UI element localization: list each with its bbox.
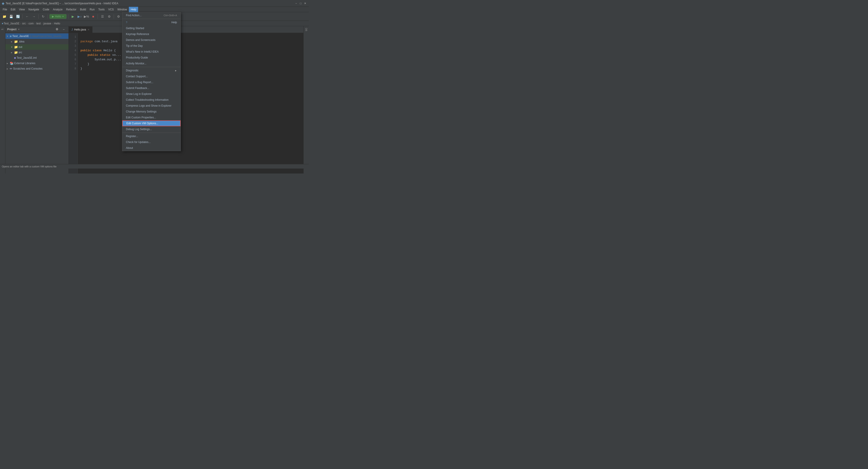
breadcrumb-src[interactable]: src (22, 22, 26, 25)
code-editor[interactable]: 1 2 3 4 5 6 7 8 package com.test.java pu… (69, 33, 303, 173)
breadcrumb-test[interactable]: test (36, 22, 41, 25)
help-label: Help (171, 21, 177, 24)
tooltip-bar: Opens an editor tab with a custom VM opt… (0, 164, 309, 169)
menu-file[interactable]: File (1, 7, 9, 12)
tree-out[interactable]: ▼ 📁 out (5, 44, 68, 50)
dropdown-diagnostic[interactable]: Diagnostic ► (122, 68, 181, 73)
dropdown-keymap[interactable]: Keymap Reference (122, 31, 181, 37)
find-action-shortcut: Ctrl+Shift+A (164, 14, 177, 17)
idea-icon: 📁 (14, 40, 18, 43)
dropdown-whats-new[interactable]: What's New in IntelliJ IDEA (122, 49, 181, 55)
menu-analyze[interactable]: Analyze (51, 7, 64, 12)
database-icon[interactable]: DB (304, 27, 309, 32)
menu-view[interactable]: View (17, 7, 27, 12)
tree-external-libs[interactable]: ► 📚 External Libraries (5, 61, 68, 66)
dropdown-show-log[interactable]: Show Log in Explorer (122, 91, 181, 97)
dropdown-contact[interactable]: Contact Support... (122, 73, 181, 79)
dropdown-memory[interactable]: Change Memory Settings (122, 109, 181, 114)
menu-help[interactable]: Help (129, 7, 138, 12)
run-button[interactable]: ▶ (70, 13, 76, 20)
sync-button[interactable]: 🔄 (15, 13, 21, 20)
menu-build[interactable]: Build (78, 7, 88, 12)
line-num-2: 2 (69, 39, 76, 44)
dropdown-productivity[interactable]: Productivity Guide (122, 55, 181, 61)
menu-vcs[interactable]: VCS (106, 7, 116, 12)
menu-window[interactable]: Window (116, 7, 129, 12)
breadcrumb-hello[interactable]: Hello (54, 22, 60, 25)
tree-root[interactable]: ▼ ■ Test_JavaSE E:\IdeaProjects\Test_Jav… (5, 33, 68, 39)
menu-tools[interactable]: Tools (96, 7, 106, 12)
menu-refactor[interactable]: Refactor (64, 7, 78, 12)
menu-edit[interactable]: Edit (9, 7, 17, 12)
menu-run[interactable]: Run (88, 7, 96, 12)
dropdown-compress[interactable]: Compress Logs and Show in Explorer (122, 103, 181, 109)
dropdown-find-action[interactable]: Find Action... Ctrl+Shift+A (122, 12, 181, 18)
build-button[interactable]: ☰ (99, 13, 105, 20)
dropdown-activity[interactable]: Activity Monitor... (122, 61, 181, 66)
dropdown-about[interactable]: About (122, 145, 181, 151)
line-num-5: 5 (69, 53, 76, 57)
line-numbers: 1 2 3 4 5 6 7 8 (69, 33, 78, 173)
project-crumb-icon: ■ (2, 22, 3, 25)
project-collapse-icon[interactable]: – (61, 27, 67, 32)
save-button[interactable]: 💾 (8, 13, 14, 20)
dropdown-bug[interactable]: Submit a Bug Report... (122, 79, 181, 85)
src-icon: 📁 (14, 51, 18, 54)
run-with-coverage-button[interactable]: ▶% (84, 13, 89, 20)
titlebar-controls[interactable]: − □ ✕ (294, 2, 307, 5)
dropdown-debug-log[interactable]: Debug Log Settings... (122, 126, 181, 132)
root-icon: ■ (10, 34, 11, 38)
project-title: Project (7, 28, 17, 31)
rebuild-button[interactable]: ⚙ (106, 13, 112, 20)
titlebar: ◆ Test_JavaSE [E:\IdeaProjects\Test_Java… (0, 0, 309, 7)
dropdown-getting-started[interactable]: Getting Started (122, 25, 181, 31)
tree-src[interactable]: ► 📁 src (5, 50, 68, 55)
run-config-selector[interactable]: ▶ Hello ▼ (50, 14, 66, 19)
project-settings-icon[interactable]: ⚙ (54, 27, 60, 32)
dropdown-demos[interactable]: Demos and Screencasts (122, 37, 181, 43)
sdk-config-button[interactable]: ⚙ (116, 13, 121, 20)
tree-idea[interactable]: ► 📁 .idea (5, 39, 68, 44)
breadcrumb-sep-4: › (41, 22, 42, 25)
panel-1-label[interactable]: 1: (0, 26, 5, 32)
dropdown-custom-props[interactable]: Edit Custom Properties... (122, 114, 181, 121)
line-num-3: 3 (69, 44, 76, 48)
menu-code[interactable]: Code (41, 7, 51, 12)
code-content[interactable]: package com.test.java public class Hello… (78, 33, 303, 173)
dropdown-feedback[interactable]: Submit Feedback... (122, 85, 181, 91)
project-tree: ▼ ■ Test_JavaSE E:\IdeaProjects\Test_Jav… (5, 33, 68, 173)
dropdown-updates[interactable]: Check for Updates... (122, 139, 181, 145)
src-label: src (19, 51, 22, 54)
iml-icon: ■ (14, 56, 16, 60)
troubleshoot-label: Collect Troubleshooting Information (126, 98, 168, 101)
stop-button[interactable]: ■ (90, 13, 96, 20)
close-button[interactable]: ✕ (303, 2, 307, 5)
menu-navigate[interactable]: Navigate (27, 7, 41, 12)
dropdown-tip[interactable]: Tip of the Day (122, 43, 181, 49)
revert-button[interactable]: ↻ (40, 13, 46, 20)
breadcrumb-com[interactable]: com (29, 22, 34, 25)
show-log-label: Show Log in Explorer (126, 92, 152, 96)
editor-tab-hello[interactable]: J Hello.java ✕ (69, 27, 92, 33)
tree-iml[interactable]: ► ■ Test_JavaSE.iml (5, 55, 68, 61)
debug-button[interactable]: ▶○ (76, 13, 83, 20)
tab-close-button[interactable]: ✕ (88, 28, 90, 31)
open-folder-button[interactable]: 📁 (1, 13, 7, 20)
custom-props-label: Edit Custom Properties... (126, 116, 156, 119)
forward-button[interactable]: → (31, 13, 37, 20)
breadcrumb-sep-3: › (35, 22, 35, 25)
dropdown-help[interactable]: ? Help (122, 20, 181, 25)
breadcrumb-project[interactable]: Test_JavaSE (4, 22, 20, 25)
minimize-button[interactable]: − (294, 2, 298, 5)
scratch-icon: ✏ (10, 67, 12, 70)
tree-scratches[interactable]: ► ✏ Scratches and Consoles (5, 66, 68, 71)
project-dropdown-icon[interactable]: ▼ (18, 28, 20, 31)
back-button[interactable]: ← (24, 13, 30, 20)
dropdown-troubleshoot[interactable]: Collect Troubleshooting Information (122, 97, 181, 103)
dropdown-custom-vm[interactable]: Edit Custom VM Options... (122, 121, 181, 126)
maximize-button[interactable]: □ (299, 2, 303, 5)
dropdown-register[interactable]: Register... (122, 133, 181, 139)
java-file-icon: J (71, 28, 73, 31)
breadcrumb-javase[interactable]: javase (43, 22, 51, 25)
dropdown-sep-3 (122, 133, 181, 133)
